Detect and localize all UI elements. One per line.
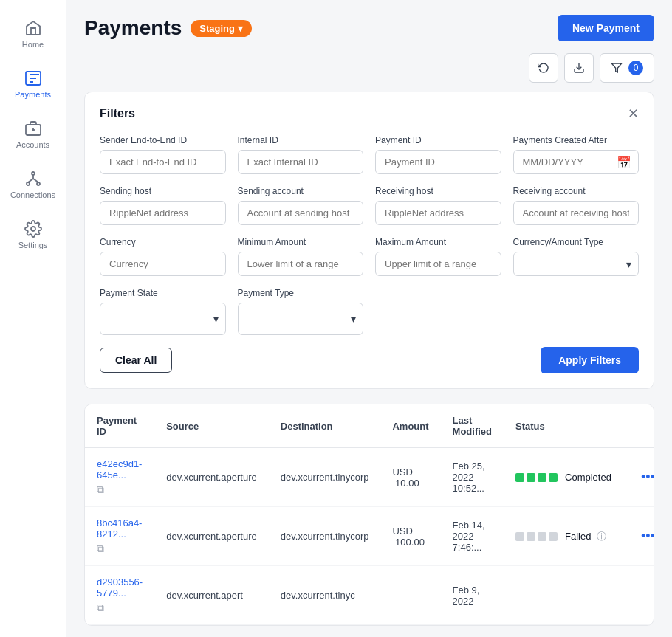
payment-id-input[interactable] — [375, 150, 501, 174]
copy-icon[interactable]: ⧉ — [97, 483, 104, 496]
filter-row-2: Sending host Sending account Receiving h… — [100, 186, 639, 225]
copy-icon-wrap: ⧉ — [97, 543, 143, 555]
payment-state-group: Payment State ▾ — [100, 288, 226, 335]
svg-point-5 — [27, 182, 30, 185]
filters-panel: Filters ✕ Sender End-to-End ID Internal … — [84, 92, 654, 389]
receiving-host-input[interactable] — [375, 201, 501, 225]
info-icon[interactable]: ⓘ — [597, 530, 606, 543]
internal-id-input[interactable] — [238, 150, 364, 174]
sending-host-label: Sending host — [100, 186, 226, 196]
row-actions-button[interactable]: ••• — [635, 466, 654, 488]
sending-host-input[interactable] — [100, 201, 226, 225]
currency-amount-type-select[interactable] — [513, 252, 640, 276]
col-amount: Amount — [380, 404, 440, 448]
home-icon — [24, 19, 42, 37]
payment-state-select-wrap: ▾ — [100, 303, 226, 335]
payment-id-group: Payment ID — [375, 135, 501, 174]
table-row: 8bc416a4-8212... ⧉ dev.xcurrent.aperture… — [85, 507, 654, 566]
minimum-amount-group: Minimum Amount — [238, 237, 364, 276]
sidebar: Home Payments Accounts Connections — [0, 0, 66, 637]
status-dot — [515, 473, 524, 482]
minimum-amount-input[interactable] — [238, 252, 364, 276]
sender-end-to-end-label: Sender End-to-End ID — [100, 135, 226, 145]
source-cell: dev.xcurrent.apert — [154, 566, 269, 625]
download-button[interactable] — [564, 53, 594, 83]
payment-state-select[interactable] — [100, 303, 226, 335]
sidebar-item-accounts-label: Accounts — [16, 140, 49, 149]
payments-icon — [24, 69, 42, 87]
new-payment-button[interactable]: New Payment — [558, 15, 654, 41]
download-icon — [573, 62, 585, 74]
payment-id-link[interactable]: 8bc416a4-8212... — [97, 517, 142, 540]
sidebar-item-home[interactable]: Home — [4, 12, 63, 56]
sidebar-item-accounts[interactable]: Accounts — [4, 112, 63, 156]
sidebar-item-settings[interactable]: Settings — [4, 213, 63, 257]
actions-cell — [623, 566, 654, 625]
payments-table-container: Payment ID Source Destination Amount Las… — [84, 404, 654, 626]
status-dots — [515, 473, 558, 482]
copy-icon-wrap: ⧉ — [97, 602, 143, 614]
receiving-account-input[interactable] — [513, 201, 640, 225]
payment-id-cell: e42ec9d1-645e... ⧉ — [85, 448, 154, 507]
refresh-icon — [538, 62, 549, 74]
last-modified-cell: Feb 14, 2022 7:46:... — [441, 507, 504, 566]
status-cell: Completed — [504, 448, 623, 507]
table-row: d2903556-5779... ⧉ dev.xcurrent.apert de… — [85, 566, 654, 625]
payment-id-cell: d2903556-5779... ⧉ — [85, 566, 154, 625]
filter-row-3: Currency Minimum Amount Maximum Amount C… — [100, 237, 639, 276]
table-header-row: Payment ID Source Destination Amount Las… — [85, 404, 654, 448]
sidebar-item-payments-label: Payments — [15, 90, 51, 99]
svg-point-6 — [37, 182, 40, 185]
page-title: Payments — [84, 16, 182, 40]
col-payment-id: Payment ID — [85, 404, 154, 448]
page-title-area: Payments Staging ▾ — [84, 16, 252, 40]
copy-icon[interactable]: ⧉ — [97, 602, 104, 614]
apply-filters-button[interactable]: Apply Filters — [541, 347, 639, 373]
currency-input[interactable] — [100, 252, 226, 276]
sending-account-input[interactable] — [238, 201, 364, 225]
filter-actions: Clear All Apply Filters — [100, 347, 639, 373]
svg-point-4 — [32, 172, 35, 175]
sidebar-item-connections[interactable]: Connections — [4, 162, 63, 207]
receiving-host-group: Receiving host — [375, 186, 501, 225]
col-status: Status — [504, 404, 623, 448]
sending-account-label: Sending account — [238, 186, 364, 196]
source-cell: dev.xcurrent.aperture — [154, 507, 269, 566]
sidebar-item-home-label: Home — [22, 40, 44, 49]
page-header: Payments Staging ▾ New Payment — [84, 15, 654, 41]
refresh-button[interactable] — [529, 53, 558, 83]
filters-header: Filters ✕ — [100, 107, 639, 120]
filter-count: 0 — [628, 61, 643, 75]
payment-id-link[interactable]: e42ec9d1-645e... — [97, 458, 142, 481]
toolbar: 0 — [84, 53, 654, 83]
payment-id-cell: 8bc416a4-8212... ⧉ — [85, 507, 154, 566]
minimum-amount-label: Minimum Amount — [238, 237, 364, 247]
sender-end-to-end-group: Sender End-to-End ID — [100, 135, 226, 174]
payment-type-select-wrap: ▾ — [238, 303, 364, 335]
clear-all-button[interactable]: Clear All — [100, 348, 172, 373]
payment-type-select[interactable] — [238, 303, 364, 335]
status-text: Failed — [565, 531, 591, 542]
table-body: e42ec9d1-645e... ⧉ dev.xcurrent.aperture… — [85, 448, 654, 625]
row-actions-button[interactable]: ••• — [635, 526, 654, 547]
maximum-amount-input[interactable] — [375, 252, 501, 276]
actions-cell: ••• — [623, 448, 654, 507]
currency-amount-type-select-wrap: ▾ — [513, 252, 640, 276]
table-header: Payment ID Source Destination Amount Las… — [85, 404, 654, 448]
svg-line-9 — [33, 179, 38, 182]
status-text: Completed — [565, 472, 611, 483]
internal-id-label: Internal ID — [238, 135, 364, 145]
sending-account-group: Sending account — [238, 186, 364, 225]
svg-marker-12 — [611, 63, 621, 72]
staging-badge[interactable]: Staging ▾ — [191, 20, 252, 37]
status-dot — [538, 473, 546, 482]
close-filters-button[interactable]: ✕ — [628, 107, 639, 120]
status-dot — [515, 532, 524, 541]
payment-id-link[interactable]: d2903556-5779... — [97, 576, 143, 599]
internal-id-group: Internal ID — [238, 135, 364, 174]
sender-end-to-end-input[interactable] — [100, 150, 226, 174]
sidebar-item-payments[interactable]: Payments — [4, 62, 63, 106]
copy-icon[interactable]: ⧉ — [97, 543, 104, 555]
filter-button[interactable]: 0 — [600, 53, 654, 83]
filter-icon — [611, 62, 623, 74]
